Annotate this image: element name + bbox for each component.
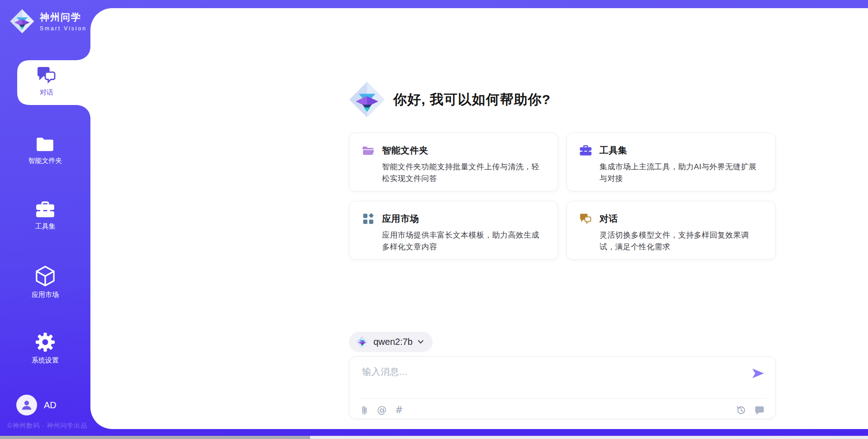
mention-icon: @ <box>377 405 387 415</box>
person-icon <box>20 399 33 411</box>
brand-text: 神州问学 Smart Vision <box>40 11 87 32</box>
composer-tools-left: @ # <box>360 405 403 415</box>
brand-diamond-icon <box>349 81 385 118</box>
model-logo-icon <box>356 336 368 348</box>
composer-toolbar: @ # <box>360 402 764 418</box>
sidebar-item-toolset[interactable]: 工具集 <box>0 201 90 231</box>
sidebar: 神州问学 Smart Vision 对话 智能文件夹 工具集 <box>0 0 90 439</box>
folder-icon <box>362 145 374 156</box>
feedback-bubble-icon <box>755 406 764 415</box>
sidebar-item-label: 系统设置 <box>32 356 59 365</box>
card-title: 工具集 <box>599 144 627 157</box>
avatar[interactable] <box>16 395 37 415</box>
topic-button[interactable]: # <box>395 405 403 415</box>
composer-tools-right <box>736 405 764 415</box>
brand-name: 神州问学 <box>40 11 87 24</box>
card-description: 智能文件夹功能支持批量文件上传与清洗，轻松实现文件问答 <box>382 161 545 185</box>
message-input[interactable] <box>361 365 743 395</box>
grid-icon <box>362 213 374 224</box>
folder-icon <box>36 136 55 153</box>
card-toolset[interactable]: 工具集 集成市场上主流工具，助力AI与外界无缝扩展与对接 <box>566 133 776 191</box>
history-button[interactable] <box>736 405 746 415</box>
sidebar-item-smart-folder[interactable]: 智能文件夹 <box>0 136 90 165</box>
toolbox-icon <box>580 145 592 156</box>
chat-icon <box>580 213 592 224</box>
card-title: 对话 <box>599 213 618 225</box>
send-icon <box>752 367 764 379</box>
horizontal-scrollbar[interactable] <box>0 436 868 439</box>
card-description: 灵活切换多模型文件，支持多样回复效果调试，满足个性化需求 <box>599 229 763 253</box>
paperclip-icon <box>360 405 368 415</box>
mention-button[interactable]: @ <box>377 405 387 415</box>
feedback-button[interactable] <box>755 406 764 415</box>
card-title: 智能文件夹 <box>382 144 429 157</box>
sidebar-item-label: 工具集 <box>35 222 56 231</box>
toolbox-icon <box>36 201 55 218</box>
message-composer: @ # <box>349 356 776 419</box>
sidebar-item-label: 智能文件夹 <box>28 157 62 165</box>
card-chat[interactable]: 对话 灵活切换多模型文件，支持多样回复效果调试，满足个性化需求 <box>566 201 776 260</box>
chat-icon <box>37 66 57 84</box>
model-name: qwen2:7b <box>373 337 413 347</box>
gear-icon <box>35 332 55 352</box>
sidebar-item-settings[interactable]: 系统设置 <box>0 332 90 365</box>
scrollbar-thumb[interactable] <box>0 436 310 439</box>
user-name: AD <box>44 400 57 410</box>
attach-file-button[interactable] <box>360 405 368 415</box>
brand-subtitle: Smart Vision <box>40 25 87 32</box>
card-app-market[interactable]: 应用市场 应用市场提供丰富长文本模板，助力高效生成多样化文章内容 <box>349 201 558 260</box>
card-title: 应用市场 <box>382 213 419 225</box>
brand: 神州问学 Smart Vision <box>10 9 87 33</box>
send-button[interactable] <box>752 367 764 379</box>
brand-logo-icon <box>10 9 34 33</box>
sidebar-item-app-market[interactable]: 应用市场 <box>0 266 90 299</box>
main-content-panel: 你好, 我可以如何帮助你? 智能文件夹 智能文件夹功能支持批量文件上传与清洗，轻… <box>90 8 868 429</box>
copyright-footer: ©神州数码 · 神州问学出品 <box>0 422 95 430</box>
sidebar-item-label: 对话 <box>40 88 53 97</box>
cube-icon <box>36 266 55 286</box>
card-smart-folder[interactable]: 智能文件夹 智能文件夹功能支持批量文件上传与清洗，轻松实现文件问答 <box>349 133 558 191</box>
card-description: 应用市场提供丰富长文本模板，助力高效生成多样化文章内容 <box>382 229 545 253</box>
user-profile[interactable]: AD <box>16 395 57 415</box>
greeting-text: 你好, 我可以如何帮助你? <box>393 91 551 109</box>
model-selector[interactable]: qwen2:7b <box>349 332 433 352</box>
composer-divider <box>359 398 766 399</box>
chevron-down-icon <box>418 340 424 344</box>
feature-cards: 智能文件夹 智能文件夹功能支持批量文件上传与清洗，轻松实现文件问答 工具集 集成… <box>349 133 776 260</box>
history-icon <box>736 405 746 415</box>
card-description: 集成市场上主流工具，助力AI与外界无缝扩展与对接 <box>599 161 763 185</box>
greeting: 你好, 我可以如何帮助你? <box>349 81 551 119</box>
topic-icon: # <box>395 405 403 415</box>
sidebar-item-label: 应用市场 <box>32 291 59 299</box>
sidebar-item-chat[interactable]: 对话 <box>17 66 76 97</box>
